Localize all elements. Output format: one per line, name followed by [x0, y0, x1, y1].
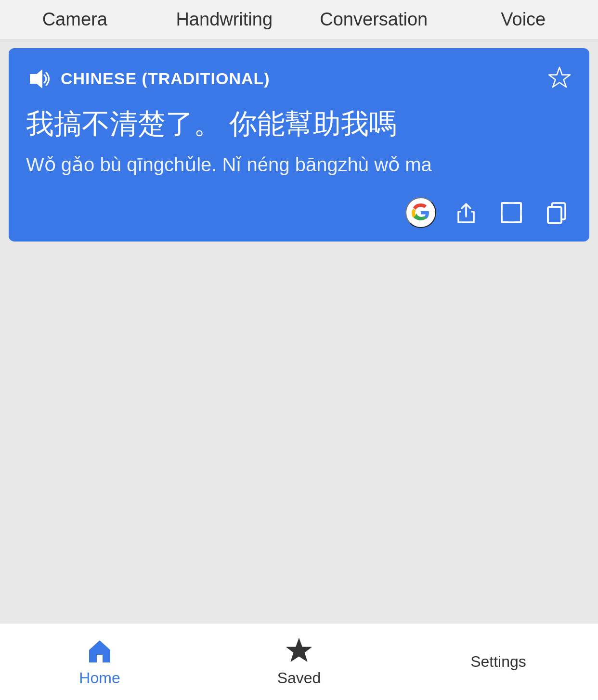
share-button[interactable] [451, 197, 481, 228]
saved-star-icon [285, 636, 313, 665]
google-g-icon [411, 203, 431, 223]
share-icon [454, 200, 479, 225]
svg-marker-0 [30, 69, 42, 89]
card-header: CHINESE (TRADITIONAL) [26, 65, 572, 92]
copy-icon [544, 200, 569, 225]
bottom-navigation: Home Saved Settings [0, 623, 598, 700]
nav-settings[interactable]: Settings [399, 653, 598, 671]
saved-label: Saved [277, 669, 321, 687]
svg-rect-2 [502, 203, 521, 222]
svg-rect-4 [548, 207, 561, 223]
speaker-icon [26, 66, 51, 91]
top-navigation: Camera Handwriting Conversation Voice [0, 0, 598, 39]
star-icon [547, 65, 572, 90]
nav-home[interactable]: Home [0, 636, 199, 687]
tab-camera[interactable]: Camera [0, 1, 150, 38]
svg-marker-6 [286, 638, 312, 662]
tab-handwriting[interactable]: Handwriting [150, 1, 299, 38]
expand-button[interactable] [496, 197, 527, 228]
nav-saved[interactable]: Saved [199, 636, 399, 687]
tab-conversation[interactable]: Conversation [299, 1, 449, 38]
pinyin-text: Wǒ gǎo bù qīngchǔle. Nǐ néng bāngzhù wǒ … [26, 151, 572, 178]
empty-area [0, 242, 598, 623]
tab-voice[interactable]: Voice [449, 1, 598, 38]
favorite-button[interactable] [547, 65, 572, 92]
card-header-left: CHINESE (TRADITIONAL) [26, 66, 270, 91]
main-content: CHINESE (TRADITIONAL) 我搞不清楚了。 你能幫助我嗎 Wǒ … [0, 39, 598, 623]
home-label: Home [79, 669, 120, 687]
copy-button[interactable] [541, 197, 572, 228]
chinese-translation-text: 我搞不清楚了。 你能幫助我嗎 [26, 105, 572, 141]
language-label: CHINESE (TRADITIONAL) [61, 69, 270, 88]
translation-card: CHINESE (TRADITIONAL) 我搞不清楚了。 你能幫助我嗎 Wǒ … [9, 48, 589, 242]
svg-marker-1 [549, 67, 570, 87]
home-icon [85, 636, 114, 665]
expand-icon [499, 200, 524, 225]
card-actions [26, 197, 572, 228]
settings-label: Settings [470, 653, 526, 671]
google-translate-button[interactable] [405, 197, 436, 228]
speak-button[interactable] [26, 66, 51, 91]
